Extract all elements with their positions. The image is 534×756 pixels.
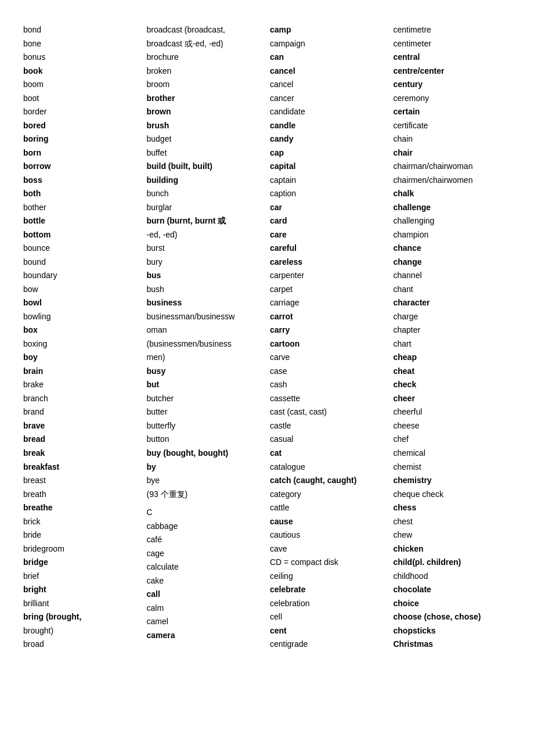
word-entry: bring (brought, — [23, 610, 141, 624]
word-entry: casual — [270, 433, 388, 447]
word-entry: bonus — [23, 51, 141, 64]
word-entry: branch — [23, 392, 141, 406]
word-entry: brother — [147, 92, 265, 106]
word-entry: box — [23, 323, 141, 337]
word-entry: camel — [147, 615, 265, 629]
word-entry: butterfly — [147, 419, 265, 433]
word-entry: campaign — [270, 37, 388, 51]
word-entry: bowling — [23, 310, 141, 324]
word-entry: border — [23, 105, 141, 119]
word-entry: chest — [394, 515, 511, 529]
word-entry: catch (caught, caught) — [270, 474, 388, 488]
word-entry: (businessmen/business — [147, 337, 265, 351]
word-entry: breast — [23, 474, 141, 488]
word-entry: celebrate — [270, 583, 388, 597]
word-entry: card — [270, 214, 388, 228]
word-entry: chalk — [394, 187, 511, 201]
word-entry: broad — [23, 638, 141, 651]
word-entry: burn (burnt, burnt 或 — [147, 214, 265, 228]
word-entry: bottle — [23, 214, 141, 228]
word-entry: cassette — [270, 392, 388, 406]
word-entry: bother — [23, 201, 141, 215]
word-entry: chain — [394, 132, 511, 146]
word-entry: cancel — [270, 78, 388, 92]
word-entry: bury — [147, 255, 265, 269]
word-entry: bread — [23, 433, 141, 447]
word-entry: channel — [394, 269, 511, 283]
word-entry: cheer — [394, 392, 511, 406]
word-entry: broadcast 或-ed, -ed) — [147, 37, 265, 51]
word-entry: cat — [270, 447, 388, 460]
word-entry: bounce — [23, 242, 141, 255]
word-entry: centimetre — [394, 23, 511, 37]
word-entry: childhood — [394, 570, 511, 584]
word-entry: cancel — [270, 64, 388, 78]
word-entry: cabbage — [147, 520, 265, 534]
word-entry: brought) — [23, 624, 141, 638]
word-entry: butcher — [147, 392, 265, 406]
word-entry: businessman/businessw — [147, 310, 265, 324]
word-entry: born — [23, 146, 141, 160]
word-entry: check — [394, 378, 511, 392]
word-entry: boxing — [23, 337, 141, 351]
word-entry: can — [270, 51, 388, 64]
word-entry: oman — [147, 323, 265, 337]
word-entry: carrot — [270, 310, 388, 324]
word-entry: both — [23, 187, 141, 201]
word-entry: certificate — [394, 119, 511, 133]
word-entry: bunch — [147, 187, 265, 201]
word-entry: cap — [270, 146, 388, 160]
word-entry: bride — [23, 528, 141, 542]
word-entry: cast (cast, cast) — [270, 405, 388, 419]
column-4: centimetrecentimetercentralcentre/center… — [394, 23, 511, 651]
word-entry: challenging — [394, 214, 511, 228]
word-entry: build (built, built) — [147, 160, 265, 174]
word-entry: building — [147, 174, 265, 188]
word-entry: cave — [270, 542, 388, 556]
word-entry: brave — [23, 419, 141, 433]
word-entry: cell — [270, 610, 388, 624]
word-entry: cash — [270, 378, 388, 392]
word-entry: centigrade — [270, 638, 388, 651]
word-entry: central — [394, 51, 511, 64]
word-entry: centre/center — [394, 64, 511, 78]
word-entry: brown — [147, 105, 265, 119]
word-entry: CD = compact disk — [270, 556, 388, 570]
word-entry: bond — [23, 23, 141, 37]
word-entry: bowl — [23, 296, 141, 310]
word-entry: busy — [147, 365, 265, 379]
word-entry: brick — [23, 515, 141, 529]
word-entry: cent — [270, 624, 388, 638]
word-entry: case — [270, 365, 388, 379]
word-entry: chapter — [394, 323, 511, 337]
word-entry: breathe — [23, 501, 141, 515]
word-entry: breath — [23, 488, 141, 502]
word-entry: boss — [23, 174, 141, 188]
word-entry: category — [270, 488, 388, 502]
word-entry: camp — [270, 23, 388, 37]
word-entry: chess — [394, 501, 511, 515]
word-entry: breakfast — [23, 460, 141, 474]
word-entry: bright — [23, 583, 141, 597]
word-entry: captain — [270, 174, 388, 188]
word-entry: carve — [270, 351, 388, 365]
word-entry: chance — [394, 242, 511, 255]
word-entry: buy (bought, bought) — [147, 447, 265, 460]
word-entry: by — [147, 460, 265, 474]
word-entry: brand — [23, 405, 141, 419]
word-entry: (93 个重复) — [147, 488, 265, 502]
word-entry: bus — [147, 269, 265, 283]
word-entry: chicken — [394, 542, 511, 556]
word-entry: café — [147, 533, 265, 547]
word-entry: borrow — [23, 160, 141, 174]
word-entry: cheat — [394, 365, 511, 379]
word-entry: castle — [270, 419, 388, 433]
word-entry: carry — [270, 323, 388, 337]
word-entry: champion — [394, 228, 511, 242]
word-entry: bye — [147, 474, 265, 488]
word-entry: brief — [23, 570, 141, 584]
word-entry: cage — [147, 547, 265, 561]
word-entry: car — [270, 201, 388, 215]
word-entry: burst — [147, 242, 265, 255]
word-entry: candy — [270, 132, 388, 146]
